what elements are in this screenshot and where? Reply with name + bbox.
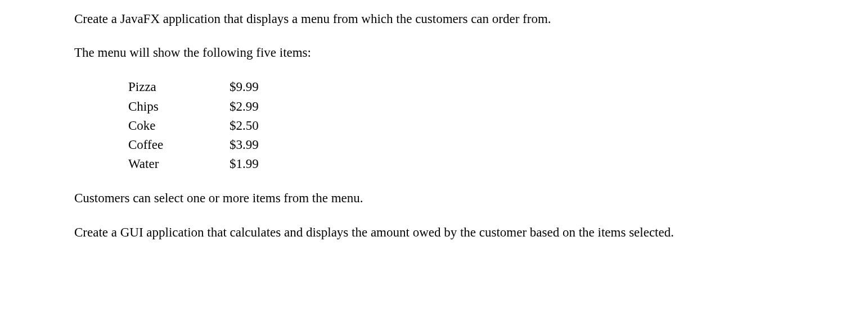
document-body: Create a JavaFX application that display…	[0, 0, 693, 242]
menu-item-price: $2.50	[230, 116, 286, 135]
table-row: Coffee $3.99	[128, 135, 286, 155]
menu-item-price: $2.99	[230, 97, 286, 116]
menu-item-price: $3.99	[230, 135, 286, 155]
task-paragraph: Create a GUI application that calculates…	[74, 224, 693, 242]
menu-item-name: Chips	[128, 97, 230, 116]
menu-item-name: Pizza	[128, 78, 230, 97]
menu-items-table: Pizza $9.99 Chips $2.99 Coke $2.50 Coffe…	[128, 78, 286, 174]
selection-paragraph: Customers can select one or more items f…	[74, 189, 693, 207]
menu-item-name: Water	[128, 155, 230, 174]
menu-item-price: $9.99	[230, 78, 286, 97]
table-row: Chips $2.99	[128, 97, 286, 116]
table-row: Pizza $9.99	[128, 78, 286, 97]
table-row: Water $1.99	[128, 155, 286, 174]
menu-lead-paragraph: The menu will show the following five it…	[74, 44, 693, 62]
intro-paragraph: Create a JavaFX application that display…	[74, 10, 693, 28]
menu-item-price: $1.99	[230, 155, 286, 174]
menu-item-name: Coke	[128, 116, 230, 135]
menu-item-name: Coffee	[128, 135, 230, 155]
table-row: Coke $2.50	[128, 116, 286, 135]
